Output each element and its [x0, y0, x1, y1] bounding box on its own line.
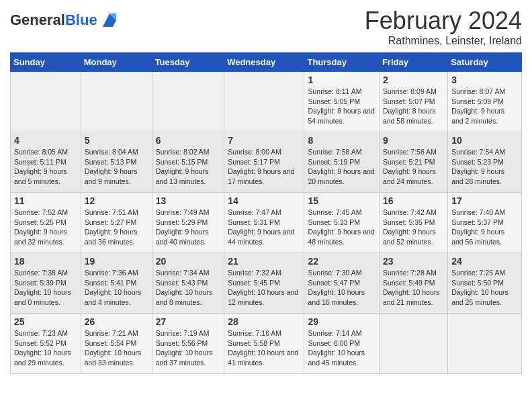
day-number: 23: [383, 256, 444, 267]
week-row-5: 25Sunrise: 7:23 AM Sunset: 5:52 PM Dayli…: [11, 314, 522, 374]
day-info: Sunrise: 8:04 AM Sunset: 5:13 PM Dayligh…: [85, 147, 148, 187]
calendar-cell: 3Sunrise: 8:07 AM Sunset: 5:09 PM Daylig…: [448, 72, 522, 132]
day-info: Sunrise: 7:14 AM Sunset: 6:00 PM Dayligh…: [308, 328, 375, 368]
day-number: 26: [85, 316, 148, 327]
day-number: 14: [228, 195, 300, 206]
calendar-cell: 24Sunrise: 7:25 AM Sunset: 5:50 PM Dayli…: [448, 253, 522, 314]
weekday-header-wednesday: Wednesday: [224, 53, 304, 72]
day-number: 17: [451, 195, 518, 206]
day-info: Sunrise: 7:47 AM Sunset: 5:31 PM Dayligh…: [228, 208, 300, 247]
weekday-header-saturday: Saturday: [448, 53, 522, 72]
day-info: Sunrise: 7:38 AM Sunset: 5:39 PM Dayligh…: [14, 268, 77, 308]
calendar-cell: [11, 72, 81, 132]
calendar-cell: 18Sunrise: 7:38 AM Sunset: 5:39 PM Dayli…: [11, 253, 81, 314]
day-number: 29: [308, 316, 375, 327]
calendar-cell: 20Sunrise: 7:34 AM Sunset: 5:43 PM Dayli…: [152, 253, 224, 314]
weekday-header-friday: Friday: [379, 53, 447, 72]
calendar-cell: 13Sunrise: 7:49 AM Sunset: 5:29 PM Dayli…: [152, 193, 224, 253]
day-info: Sunrise: 7:34 AM Sunset: 5:43 PM Dayligh…: [156, 268, 221, 308]
day-info: Sunrise: 7:51 AM Sunset: 5:27 PM Dayligh…: [85, 208, 148, 247]
day-info: Sunrise: 7:58 AM Sunset: 5:19 PM Dayligh…: [308, 147, 375, 187]
calendar-cell: [224, 72, 304, 132]
calendar-cell: 21Sunrise: 7:32 AM Sunset: 5:45 PM Dayli…: [224, 253, 304, 314]
header-row: SundayMondayTuesdayWednesdayThursdayFrid…: [11, 53, 522, 72]
calendar-cell: [379, 314, 447, 374]
calendar-cell: 6Sunrise: 8:02 AM Sunset: 5:15 PM Daylig…: [152, 132, 224, 193]
calendar-cell: 4Sunrise: 8:05 AM Sunset: 5:11 PM Daylig…: [11, 132, 81, 193]
day-number: 20: [156, 256, 221, 267]
day-info: Sunrise: 7:21 AM Sunset: 5:54 PM Dayligh…: [85, 328, 148, 368]
calendar-cell: 27Sunrise: 7:19 AM Sunset: 5:56 PM Dayli…: [152, 314, 224, 374]
day-info: Sunrise: 8:11 AM Sunset: 5:05 PM Dayligh…: [308, 87, 375, 126]
day-number: 25: [14, 316, 77, 327]
calendar-cell: 12Sunrise: 7:51 AM Sunset: 5:27 PM Dayli…: [81, 193, 152, 253]
day-info: Sunrise: 7:25 AM Sunset: 5:50 PM Dayligh…: [451, 268, 518, 308]
calendar-cell: 8Sunrise: 7:58 AM Sunset: 5:19 PM Daylig…: [304, 132, 379, 193]
day-number: 3: [451, 75, 518, 85]
calendar-cell: 5Sunrise: 8:04 AM Sunset: 5:13 PM Daylig…: [81, 132, 152, 193]
day-info: Sunrise: 7:23 AM Sunset: 5:52 PM Dayligh…: [14, 328, 77, 368]
day-info: Sunrise: 8:07 AM Sunset: 5:09 PM Dayligh…: [451, 87, 518, 126]
calendar-cell: 28Sunrise: 7:16 AM Sunset: 5:58 PM Dayli…: [224, 314, 304, 374]
day-number: 24: [451, 256, 518, 267]
main-title: February 2024: [365, 7, 522, 35]
day-info: Sunrise: 7:56 AM Sunset: 5:21 PM Dayligh…: [383, 147, 444, 187]
day-info: Sunrise: 7:32 AM Sunset: 5:45 PM Dayligh…: [228, 268, 300, 308]
day-number: 19: [85, 256, 148, 267]
calendar-cell: 11Sunrise: 7:52 AM Sunset: 5:25 PM Dayli…: [11, 193, 81, 253]
day-info: Sunrise: 7:36 AM Sunset: 5:41 PM Dayligh…: [85, 268, 148, 308]
calendar-cell: 25Sunrise: 7:23 AM Sunset: 5:52 PM Dayli…: [11, 314, 81, 374]
day-number: 16: [383, 195, 444, 206]
calendar-cell: 2Sunrise: 8:09 AM Sunset: 5:07 PM Daylig…: [379, 72, 447, 132]
logo-icon: [99, 10, 120, 30]
day-number: 9: [383, 135, 444, 146]
calendar-cell: 29Sunrise: 7:14 AM Sunset: 6:00 PM Dayli…: [304, 314, 379, 374]
day-number: 13: [156, 195, 221, 206]
week-row-3: 11Sunrise: 7:52 AM Sunset: 5:25 PM Dayli…: [11, 193, 522, 253]
day-number: 27: [156, 316, 221, 327]
calendar-cell: 15Sunrise: 7:45 AM Sunset: 5:33 PM Dayli…: [304, 193, 379, 253]
calendar-cell: 19Sunrise: 7:36 AM Sunset: 5:41 PM Dayli…: [81, 253, 152, 314]
title-section: February 2024 Rathmines, Leinster, Irela…: [365, 7, 522, 47]
week-row-2: 4Sunrise: 8:05 AM Sunset: 5:11 PM Daylig…: [11, 132, 522, 193]
day-info: Sunrise: 7:52 AM Sunset: 5:25 PM Dayligh…: [14, 208, 77, 247]
calendar-cell: [81, 72, 152, 132]
day-number: 12: [85, 195, 148, 206]
logo: GeneralBlue: [10, 10, 120, 30]
day-info: Sunrise: 7:28 AM Sunset: 5:49 PM Dayligh…: [383, 268, 444, 308]
day-number: 11: [14, 195, 77, 206]
subtitle: Rathmines, Leinster, Ireland: [365, 35, 522, 47]
day-info: Sunrise: 7:49 AM Sunset: 5:29 PM Dayligh…: [156, 208, 221, 247]
day-number: 8: [308, 135, 375, 146]
calendar-cell: 26Sunrise: 7:21 AM Sunset: 5:54 PM Dayli…: [81, 314, 152, 374]
weekday-header-sunday: Sunday: [11, 53, 81, 72]
day-number: 5: [85, 135, 148, 146]
day-info: Sunrise: 7:40 AM Sunset: 5:37 PM Dayligh…: [451, 208, 518, 247]
day-number: 18: [14, 256, 77, 267]
logo-blue-text: Blue: [65, 11, 97, 28]
calendar-cell: 22Sunrise: 7:30 AM Sunset: 5:47 PM Dayli…: [304, 253, 379, 314]
day-number: 22: [308, 256, 375, 267]
calendar-cell: 10Sunrise: 7:54 AM Sunset: 5:23 PM Dayli…: [448, 132, 522, 193]
logo-general-text: General: [10, 11, 65, 28]
day-number: 1: [308, 75, 375, 85]
weekday-header-tuesday: Tuesday: [152, 53, 224, 72]
weekday-header-thursday: Thursday: [304, 53, 379, 72]
day-info: Sunrise: 7:45 AM Sunset: 5:33 PM Dayligh…: [308, 208, 375, 247]
calendar-cell: 9Sunrise: 7:56 AM Sunset: 5:21 PM Daylig…: [379, 132, 447, 193]
week-row-1: 1Sunrise: 8:11 AM Sunset: 5:05 PM Daylig…: [11, 72, 522, 132]
day-info: Sunrise: 7:54 AM Sunset: 5:23 PM Dayligh…: [451, 147, 518, 187]
calendar-table: SundayMondayTuesdayWednesdayThursdayFrid…: [10, 52, 522, 374]
day-info: Sunrise: 8:09 AM Sunset: 5:07 PM Dayligh…: [383, 87, 444, 126]
day-number: 4: [14, 135, 77, 146]
day-number: 28: [228, 316, 300, 327]
day-info: Sunrise: 7:19 AM Sunset: 5:56 PM Dayligh…: [156, 328, 221, 368]
day-info: Sunrise: 7:42 AM Sunset: 5:35 PM Dayligh…: [383, 208, 444, 247]
day-info: Sunrise: 8:05 AM Sunset: 5:11 PM Dayligh…: [14, 147, 77, 187]
day-info: Sunrise: 8:00 AM Sunset: 5:17 PM Dayligh…: [228, 147, 300, 187]
calendar-cell: 17Sunrise: 7:40 AM Sunset: 5:37 PM Dayli…: [448, 193, 522, 253]
weekday-header-monday: Monday: [81, 53, 152, 72]
calendar-cell: [448, 314, 522, 374]
day-number: 15: [308, 195, 375, 206]
page-header: GeneralBlue February 2024 Rathmines, Lei…: [10, 7, 522, 47]
